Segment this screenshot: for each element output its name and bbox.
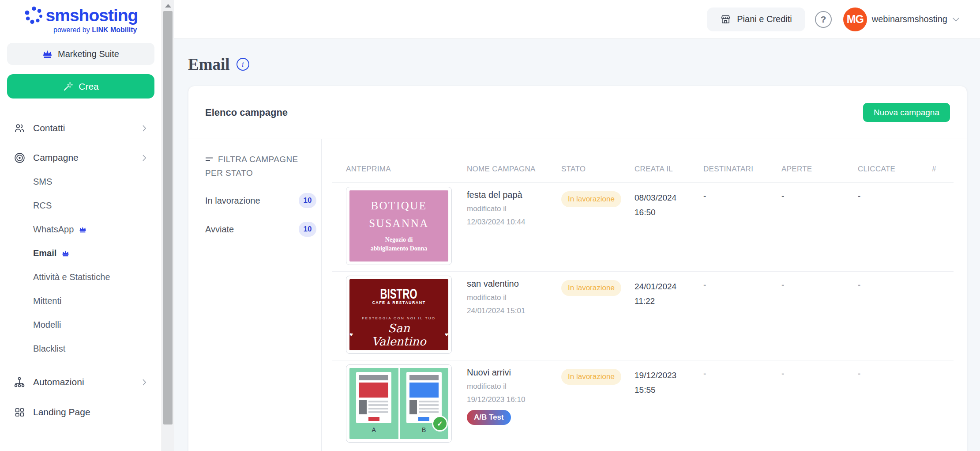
help-icon[interactable]: ? [815, 11, 832, 28]
topbar: Piani e Crediti ? MG webinarsmshosting [174, 0, 980, 39]
target-icon [13, 152, 26, 164]
sidebar-item-modelli[interactable]: Modelli [0, 318, 161, 331]
cliccate-value: - [858, 364, 932, 443]
ab-test-badge: A/B Test [467, 410, 511, 425]
winner-check-icon: ✓ [433, 417, 447, 430]
created-date: 19/12/2023 [635, 368, 703, 383]
sidebar-nav: Contatti Campagne SMS RCS [0, 121, 161, 420]
campaign-thumbnail[interactable]: BOTIQUE SUSANNA Negozio di abbigliamento… [346, 187, 467, 265]
campagne-submenu: SMS RCS WhatsApp Email Attività e Statis… [0, 175, 161, 355]
page-title: Email [188, 55, 230, 74]
scroll-up-arrow[interactable] [165, 4, 171, 8]
created-time: 11:22 [635, 294, 703, 308]
table-row[interactable]: A [332, 360, 954, 449]
column-header: CREATA IL [635, 165, 703, 174]
variant-b-label: B [422, 426, 426, 433]
sidebar-item-automazioni[interactable]: Automazioni [0, 375, 161, 390]
column-header: APERTE [781, 165, 858, 174]
status-badge: In lavorazione [561, 191, 621, 207]
sidebar-item-blacklist[interactable]: Blacklist [0, 342, 161, 355]
sidebar: smshosting powered by LINK Mobility Mark… [0, 0, 161, 451]
chevron-right-icon [142, 154, 146, 162]
modified-label: modificato il [467, 205, 555, 213]
card-header: Elenco campagne Nuova campagna [188, 86, 967, 139]
modified-date: 24/01/2024 15:01 [467, 307, 555, 315]
magic-wand-icon [63, 81, 73, 92]
layout-grid-icon [13, 407, 26, 418]
workflow-icon [13, 376, 26, 388]
sidebar-item-contatti[interactable]: Contatti [0, 121, 161, 136]
marketing-suite-button[interactable]: Marketing Suite [7, 43, 154, 65]
sidebar-item-email[interactable]: Email [0, 246, 161, 260]
modified-label: modificato il [467, 382, 555, 391]
table-row[interactable]: BISTRO CAFE & RESTAURANT FESTEGGIA CON N… [332, 272, 954, 360]
premium-crown-icon [62, 250, 69, 257]
sidebar-item-whatsapp[interactable]: WhatsApp [0, 223, 161, 236]
sidebar-item-sms[interactable]: SMS [0, 175, 161, 188]
campaign-thumbnail[interactable]: A [346, 364, 467, 443]
status-badge: In lavorazione [561, 369, 621, 385]
account-menu[interactable]: MG webinarsmshosting [843, 8, 960, 31]
avatar: MG [843, 8, 867, 31]
card-body: FILTRA CAMPAGNE PER STATO In lavorazione… [188, 139, 967, 451]
created-date: 24/01/2024 [635, 279, 703, 294]
modified-label: modificato il [467, 293, 555, 302]
count-badge: 10 [299, 193, 316, 208]
brand-logo[interactable]: smshosting powered by LINK Mobility [24, 5, 138, 34]
vertical-divider [321, 139, 322, 451]
status-badge: In lavorazione [561, 280, 621, 296]
table-header-row: ANTEPRIMA NOME CAMPAGNA STATO CREATA IL … [332, 139, 954, 183]
sidebar-item-attivita-statistiche[interactable]: Attività e Statistiche [0, 270, 161, 284]
thumbnail-preview: A [349, 368, 448, 439]
column-header: DESTINATARI [703, 165, 781, 174]
cliccate-value: - [858, 276, 932, 354]
sidebar-item-rcs[interactable]: RCS [0, 199, 161, 212]
sidebar-item-campagne[interactable]: Campagne [0, 150, 161, 165]
sidebar-item-mittenti[interactable]: Mittenti [0, 294, 161, 307]
campaign-list-card: Elenco campagne Nuova campagna FILTRA CA… [188, 86, 967, 451]
variant-a-preview [356, 372, 391, 423]
chevron-right-icon [142, 379, 146, 386]
filter-title: FILTRA CAMPAGNE PER STATO [205, 152, 316, 180]
content: Email i Elenco campagne Nuova campagna F… [174, 39, 980, 451]
campaign-table: ANTEPRIMA NOME CAMPAGNA STATO CREATA IL … [332, 139, 954, 449]
page-head: Email i [188, 55, 980, 74]
variant-b-preview [406, 372, 442, 423]
crown-icon [42, 49, 53, 58]
campaign-name: san valentino [467, 279, 555, 289]
scrollbar-thumb[interactable] [163, 11, 173, 424]
people-icon [13, 122, 26, 134]
chevron-down-icon [952, 17, 960, 22]
modified-date: 12/03/2024 10:44 [467, 218, 555, 227]
sidebar-scrollbar-track[interactable] [161, 0, 174, 451]
chevron-right-icon [142, 125, 146, 132]
status-filter: FILTRA CAMPAGNE PER STATO In lavorazione… [205, 152, 316, 237]
heart-icon: ♥ [445, 333, 448, 337]
destinatari-value: - [703, 364, 781, 443]
storefront-icon [720, 14, 731, 25]
thumbnail-preview: BISTRO CAFE & RESTAURANT FESTEGGIA CON N… [349, 279, 448, 350]
modified-date: 19/12/2023 16:10 [467, 395, 555, 404]
create-button[interactable]: Crea [7, 74, 154, 99]
count-badge: 10 [299, 222, 316, 237]
account-name: webinarsmshosting [872, 14, 947, 24]
new-campaign-button[interactable]: Nuova campagna [863, 103, 950, 122]
filter-item-in-lavorazione[interactable]: In lavorazione 10 [205, 193, 316, 208]
created-time: 16:50 [635, 205, 703, 220]
thumbnail-preview: BOTIQUE SUSANNA Negozio di abbigliamento… [349, 190, 448, 262]
filter-item-avviate[interactable]: Avviate 10 [205, 222, 316, 237]
column-header: # [932, 165, 954, 174]
campaign-name: festa del papà [467, 190, 555, 200]
aperte-value: - [781, 276, 858, 354]
column-header: ANTEPRIMA [346, 165, 467, 174]
column-header: NOME CAMPAGNA [467, 165, 561, 174]
sidebar-item-landing-page[interactable]: Landing Page [0, 405, 161, 420]
campaign-name: Nuovi arrivi [467, 368, 555, 378]
column-header: STATO [561, 165, 635, 174]
plans-credits-button[interactable]: Piani e Crediti [707, 8, 805, 31]
campaign-thumbnail[interactable]: BISTRO CAFE & RESTAURANT FESTEGGIA CON N… [346, 276, 467, 354]
variant-a-label: A [372, 426, 376, 433]
table-row[interactable]: BOTIQUE SUSANNA Negozio di abbigliamento… [332, 183, 954, 272]
main-area: Piani e Crediti ? MG webinarsmshosting E… [174, 0, 980, 451]
info-icon[interactable]: i [237, 58, 249, 71]
